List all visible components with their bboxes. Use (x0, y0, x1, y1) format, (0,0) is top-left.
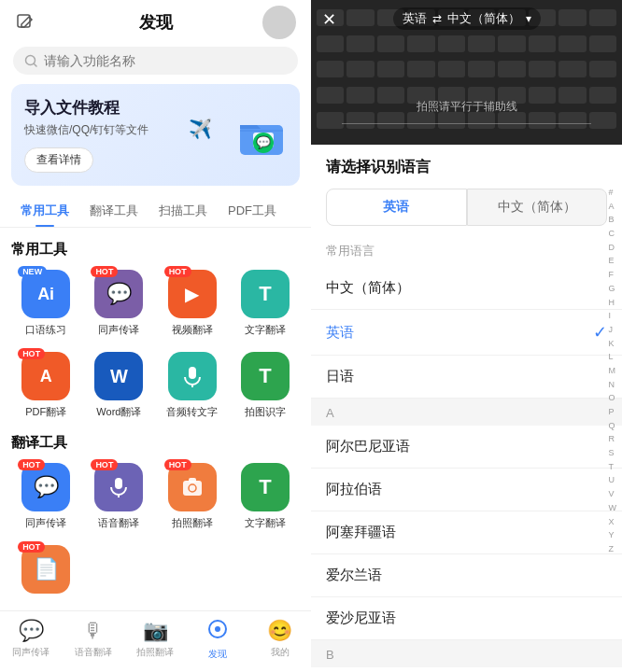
tool-icon-wrap-audio (168, 352, 217, 400)
nav-photo[interactable]: 📷 拍照翻译 (124, 619, 187, 661)
az-hash[interactable]: # (607, 187, 619, 200)
az-m[interactable]: M (607, 365, 619, 378)
avatar[interactable] (262, 6, 296, 39)
tool-text-translate[interactable]: T 文字翻译 (231, 270, 300, 337)
nav-voice[interactable]: 🎙 语音翻译 (63, 619, 125, 661)
banner: 导入文件教程 快速微信/QQ/钉钉等文件 查看详情 ✈️ 💬 (11, 84, 300, 186)
tools-grid-2: HOT A PDF翻译 W Word翻译 (11, 352, 300, 419)
search-icon (24, 54, 38, 68)
lang-item-albanian[interactable]: 阿尔巴尼亚语 (311, 426, 622, 469)
az-z[interactable]: Z (607, 543, 619, 556)
tool-word-translate[interactable]: W Word翻译 (84, 352, 153, 419)
tool-icon-txt2: T (241, 463, 290, 511)
banner-button[interactable]: 查看详情 (24, 147, 93, 173)
nav-label-voice: 语音翻译 (75, 646, 112, 659)
tool-oral-practice[interactable]: NEW Ai 口语练习 (11, 270, 80, 337)
badge-hot-voice: HOT (91, 459, 118, 470)
tab-pdf-tools[interactable]: PDF工具 (219, 195, 286, 227)
az-w[interactable]: W (607, 502, 619, 515)
camera-lang-from: 英语 (403, 10, 427, 27)
nav-discover[interactable]: 发现 (187, 619, 249, 661)
lang-item-estonian[interactable]: 爱沙尼亚语 (311, 597, 622, 640)
tool-icon-wrap-vid: HOT ▶ (168, 270, 217, 318)
swap-icon: ⇄ (432, 12, 442, 25)
camera-view: ✕ 英语 ⇄ 中文（简体） ▾ 拍照请平行于辅助线 (311, 0, 622, 145)
az-b[interactable]: B (607, 214, 619, 227)
az-p[interactable]: P (607, 406, 619, 419)
tool-label-txt: 文字翻译 (245, 323, 286, 337)
search-input[interactable] (44, 53, 287, 68)
badge-hot-photo: HOT (164, 459, 191, 470)
az-d[interactable]: D (607, 242, 619, 255)
nav-icon-mine: 😊 (267, 619, 292, 643)
tool-photo-ocr[interactable]: T 拍图识字 (231, 352, 300, 419)
lang-item-irish[interactable]: 爱尔兰语 (311, 554, 622, 597)
az-o[interactable]: O (607, 392, 619, 405)
az-i[interactable]: I (607, 310, 619, 323)
tools-grid-1: NEW Ai 口语练习 HOT 💬 同声传译 HOT ▶ 视频翻译 (11, 270, 300, 337)
tool-pdf-translate[interactable]: HOT A PDF翻译 (11, 352, 80, 419)
az-h[interactable]: H (607, 297, 619, 310)
az-e[interactable]: E (607, 255, 619, 268)
az-v[interactable]: V (607, 488, 619, 501)
picker-title: 请选择识别语言 (311, 145, 622, 189)
guide-line-text: 拍照请平行于辅助线 (417, 99, 517, 115)
tool-label-photo: 拍照翻译 (172, 516, 213, 530)
lang-tabs: 英语 中文（简体） (311, 189, 622, 226)
tool-text-trans2[interactable]: T 文字翻译 (231, 463, 300, 530)
tool-tabs: 常用工具 翻译工具 扫描工具 PDF工具 (0, 195, 311, 228)
scan-line (342, 123, 590, 124)
camera-lang-bar[interactable]: 英语 ⇄ 中文（简体） ▾ (393, 7, 541, 30)
tool-label-voice: 语音翻译 (98, 516, 139, 530)
az-u[interactable]: U (607, 474, 619, 487)
tool-photo-trans[interactable]: HOT 拍照翻译 (158, 463, 227, 530)
lang-item-arabic[interactable]: 阿拉伯语 (311, 469, 622, 511)
lang-item-chinese-simplified[interactable]: 中文（简体） (311, 267, 622, 310)
tab-common-tools[interactable]: 常用工具 (11, 195, 78, 227)
section-translate: 翻译工具 (11, 434, 300, 452)
lang-item-english[interactable]: 英语 ✓ (311, 310, 622, 356)
az-c[interactable]: C (607, 228, 619, 241)
az-n[interactable]: N (607, 379, 619, 392)
tool-audio-text[interactable]: 音频转文字 (158, 352, 227, 419)
lang-tab-chinese[interactable]: 中文（简体） (467, 189, 608, 226)
close-button[interactable]: ✕ (322, 9, 345, 32)
wechat-icon: 💬 (253, 133, 274, 153)
search-bar[interactable] (13, 47, 298, 75)
badge-hot-pdf: HOT (18, 348, 45, 359)
lang-item-belarusian[interactable]: 白俄罗斯语 (311, 667, 622, 672)
tool-icon-ocr: T (241, 352, 290, 400)
lang-tab-english[interactable]: 英语 (326, 189, 467, 226)
nav-simultaneous[interactable]: 💬 同声传译 (0, 619, 63, 661)
nav-label-sim: 同声传译 (12, 646, 49, 659)
lang-item-japanese[interactable]: 日语 (311, 356, 622, 399)
tool-icon-wrap-extra: HOT 📄 (21, 545, 70, 594)
tool-sim2[interactable]: HOT 💬 同声传译 (11, 463, 80, 530)
az-r[interactable]: R (607, 433, 619, 446)
az-x[interactable]: X (607, 516, 619, 529)
az-k[interactable]: K (607, 338, 619, 351)
edit-icon[interactable] (15, 12, 35, 33)
az-l[interactable]: L (607, 351, 619, 364)
tab-scan-tools[interactable]: 扫描工具 (149, 195, 217, 227)
az-j[interactable]: J (607, 324, 619, 337)
nav-mine[interactable]: 😊 我的 (248, 619, 311, 661)
tab-translate-tools[interactable]: 翻译工具 (80, 195, 148, 227)
tool-extra[interactable]: HOT 📄 (11, 545, 80, 598)
tool-simultaneous[interactable]: HOT 💬 同声传译 (84, 270, 153, 337)
chevron-down-icon: ▾ (526, 12, 531, 25)
az-y[interactable]: Y (607, 529, 619, 542)
az-s[interactable]: S (607, 447, 619, 460)
badge-new-oral: NEW (18, 266, 47, 277)
badge-hot-sim: HOT (91, 266, 118, 277)
left-header: 发现 (0, 0, 311, 41)
lang-item-azerbaijani[interactable]: 阿塞拜疆语 (311, 511, 622, 554)
svg-rect-6 (115, 478, 122, 489)
az-t[interactable]: T (607, 461, 619, 474)
az-q[interactable]: Q (607, 420, 619, 433)
az-a[interactable]: A (607, 201, 619, 214)
tool-voice-trans[interactable]: HOT 语音翻译 (84, 463, 153, 530)
tool-video-translate[interactable]: HOT ▶ 视频翻译 (158, 270, 227, 337)
az-g[interactable]: G (607, 283, 619, 296)
az-f[interactable]: F (607, 269, 619, 282)
